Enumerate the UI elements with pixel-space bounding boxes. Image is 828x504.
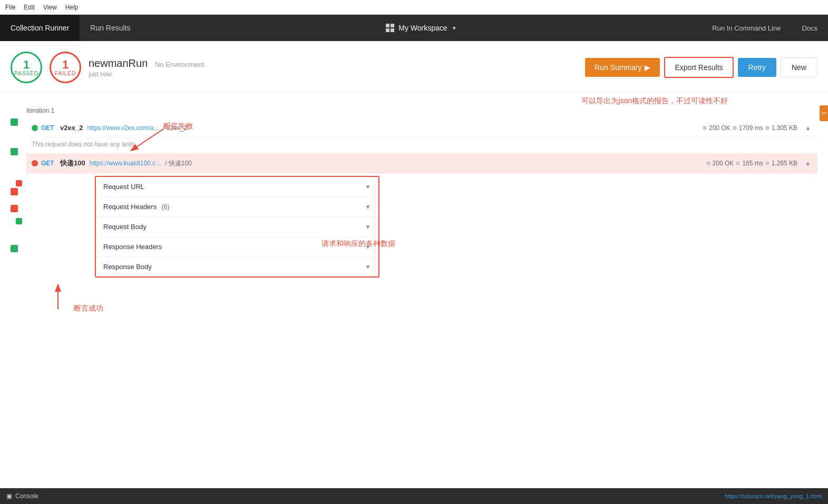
dropdown-resp-body-label: Response Body xyxy=(103,263,152,271)
req1-status: 200 OK xyxy=(709,124,730,132)
dropdown-panel-container: Request URL ▼ Request Headers (6) ▼ Requ… xyxy=(26,176,817,278)
dropdown-resp-headers-label: Response Headers xyxy=(103,243,162,251)
menu-file[interactable]: File xyxy=(5,4,15,11)
run-summary-button[interactable]: Run Summary ▶ xyxy=(585,58,660,77)
run-actions: Run Summary ▶ Export Results Retry New xyxy=(585,57,817,78)
passed-label: PASSED xyxy=(14,71,38,76)
tab-collection-runner[interactable]: Collection Runner xyxy=(0,15,80,41)
dropdown-request-url[interactable]: Request URL ▼ xyxy=(96,177,378,197)
req1-dot1 xyxy=(703,126,707,130)
dropdown-panel: Request URL ▼ Request Headers (6) ▼ Requ… xyxy=(95,176,379,278)
tab-run-results[interactable]: Run Results xyxy=(80,15,141,41)
menu-view[interactable]: View xyxy=(43,4,57,11)
dropdown-request-body[interactable]: Request Body ▼ xyxy=(96,217,378,237)
main-content: 1 PASSED 1 FAILED newmanRun No Environme… xyxy=(0,41,828,488)
dropdown-body-label: Request Body xyxy=(103,223,147,231)
dropdown-url-label: Request URL xyxy=(103,183,144,191)
dropdown-headers-wrapper: Request Headers (6) xyxy=(103,203,169,211)
req1-path: / v2ex_2 xyxy=(163,124,703,132)
dropdown-indicator-green xyxy=(16,218,22,224)
req1-dot2 xyxy=(733,126,737,130)
run-environment: No Environment xyxy=(155,61,204,68)
export-results-button[interactable]: Export Results xyxy=(664,57,733,78)
menu-edit[interactable]: Edit xyxy=(24,4,35,11)
failed-count: 1 xyxy=(62,59,69,71)
new-button[interactable]: New xyxy=(781,57,817,77)
req2-dot1 xyxy=(706,161,710,165)
run-header: 1 PASSED 1 FAILED newmanRun No Environme… xyxy=(0,41,828,92)
req1-stats: 200 OK 1709 ms 1.305 KB ▲ xyxy=(703,124,811,132)
right-edge-accent[interactable]: 1 xyxy=(820,105,828,121)
req1-chevron-icon[interactable]: ▲ xyxy=(805,124,811,132)
req1-size: 1.305 KB xyxy=(772,124,797,132)
req2-status-dot xyxy=(32,160,38,166)
indicator-red-2 xyxy=(11,205,18,212)
results-area: Iteration 1 GET v2ex_2 https://www.v2ex.… xyxy=(0,92,828,319)
dropdown-resp-body-chevron-icon: ▼ xyxy=(365,263,371,271)
req2-chevron-icon[interactable]: ▲ xyxy=(805,160,811,167)
assertion-fail-annotation: 断言失败 xyxy=(163,122,193,131)
workspace-selector[interactable]: My Workspace ▼ xyxy=(386,24,456,32)
req1-status-dot xyxy=(32,125,38,131)
dropdown-request-headers[interactable]: Request Headers (6) ▼ xyxy=(96,197,378,217)
nav-right: Run In Command Line Docs xyxy=(702,15,828,41)
failed-badge: 1 FAILED xyxy=(50,52,81,83)
indicator-green-2 xyxy=(11,148,18,155)
req2-size: 1.265 KB xyxy=(772,160,797,167)
req2-url: https://www.kuaidi100.c... xyxy=(90,160,161,167)
success-arrow-icon xyxy=(37,283,100,314)
retry-button[interactable]: Retry xyxy=(738,58,776,77)
iteration-label: Iteration 1 xyxy=(26,107,817,114)
indicator-green-3 xyxy=(11,245,18,252)
req1-method: GET xyxy=(41,124,56,132)
run-command-line-btn[interactable]: Run In Command Line xyxy=(702,15,791,41)
workspace-label: My Workspace xyxy=(398,24,447,32)
indicator-red-1 xyxy=(11,188,18,195)
menu-help[interactable]: Help xyxy=(65,4,79,11)
menu-bar: File Edit View Help xyxy=(0,0,828,15)
req1-time: 1709 ms xyxy=(739,124,763,132)
run-summary-arrow-icon: ▶ xyxy=(645,63,650,72)
dropdown-headers-label: Request Headers xyxy=(103,203,157,211)
dropdown-url-chevron-icon: ▼ xyxy=(365,183,371,191)
req2-dot2 xyxy=(736,161,740,165)
run-info: newmanRun No Environment just now xyxy=(89,57,585,78)
req2-time: 165 ms xyxy=(742,160,763,167)
indicator-green-1 xyxy=(11,118,18,126)
req2-dot3 xyxy=(765,161,769,165)
dropdown-headers-count: (6) xyxy=(162,203,170,211)
req1-name: v2ex_2 xyxy=(60,124,83,132)
dropdown-indicator-red xyxy=(16,180,22,186)
workspace-chevron-icon: ▼ xyxy=(452,25,457,31)
req2-status: 200 OK xyxy=(713,160,734,167)
run-timestamp: just now xyxy=(89,71,112,78)
failed-label: FAILED xyxy=(55,71,76,76)
workspace-grid-icon xyxy=(386,24,394,32)
fail-arrow-icon xyxy=(126,129,169,155)
req2-method: GET xyxy=(41,160,56,167)
req2-path: / 快递100 xyxy=(165,159,706,168)
run-title: newmanRun No Environment xyxy=(89,57,585,70)
svg-line-0 xyxy=(132,129,163,150)
top-nav: Collection Runner Run Results My Workspa… xyxy=(0,15,828,41)
dropdown-headers-chevron-icon: ▼ xyxy=(365,203,371,211)
run-name: newmanRun xyxy=(89,57,148,69)
assertion-success-container: 断言成功 xyxy=(69,304,817,313)
docs-btn[interactable]: Docs xyxy=(791,15,828,41)
run-meta: just now xyxy=(89,71,585,78)
passed-badge: 1 PASSED xyxy=(11,52,42,83)
req2-name: 快递100 xyxy=(60,159,85,168)
dropdown-body-chevron-icon: ▼ xyxy=(365,223,371,231)
request-row-2[interactable]: GET 快递100 https://www.kuaidi100.c... / 快… xyxy=(26,153,817,174)
dropdown-response-body[interactable]: Response Body ▼ xyxy=(96,257,378,276)
req2-stats: 200 OK 165 ms 1.265 KB ▲ xyxy=(706,160,811,167)
passed-count: 1 xyxy=(23,59,30,71)
req1-dot3 xyxy=(765,126,769,130)
request-response-annotation: 请求和响应的各种数据 xyxy=(322,239,395,249)
